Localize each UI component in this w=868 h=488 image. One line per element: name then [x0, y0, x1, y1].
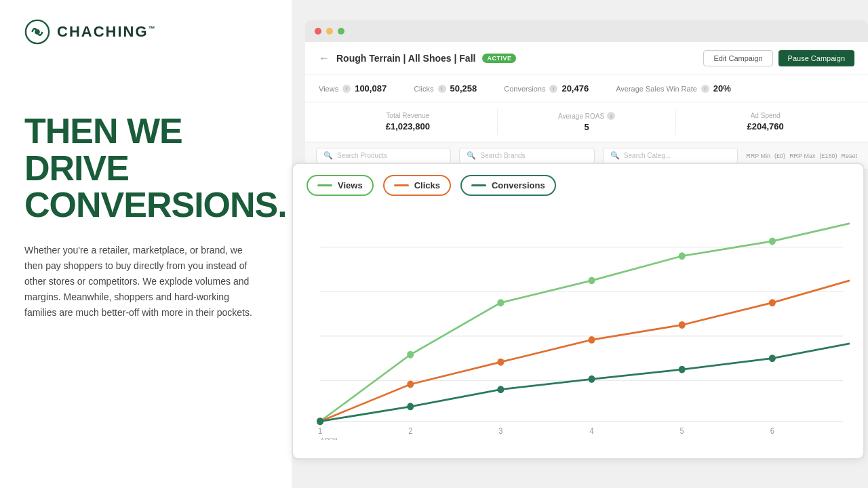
stat-views-info[interactable]: i	[342, 85, 351, 93]
stat-views: Views i 100,087	[319, 83, 387, 94]
chart-conversions-line	[320, 344, 850, 422]
search-products-icon: 🔍	[323, 151, 333, 160]
stat-win-rate-label: Average Sales Win Rate	[616, 85, 697, 93]
legend-clicks-label: Clicks	[414, 180, 440, 190]
headline: THEN WE DRIVE CONVERSIONS.	[24, 113, 260, 224]
chart-conversions-dot-5	[679, 366, 686, 373]
chart-views-dot-4	[589, 277, 595, 284]
legend-conversions-label: Conversions	[492, 180, 545, 190]
search-products-box[interactable]: 🔍 Search Products	[316, 148, 451, 163]
stat-win-rate-value: 20%	[713, 83, 731, 94]
x-label-1: 1	[318, 427, 322, 436]
chart-conversions-dot-2	[407, 403, 414, 410]
dashboard-window: ← Rough Terrain | All Shoes | Fall ACTIV…	[305, 42, 868, 169]
chart-clicks-dot-4	[589, 336, 595, 344]
chart-conversions-dot-3	[497, 386, 504, 393]
active-badge: ACTIVE	[482, 54, 516, 63]
x-label-6: 6	[770, 427, 774, 436]
chart-views-line	[320, 224, 850, 422]
chart-views-dot-2	[407, 351, 414, 359]
rrp-min-label: RRP Min	[746, 152, 770, 159]
rrp-max-value: (£150)	[819, 152, 837, 159]
body-text: Whether you're a retailer, marketplace, …	[24, 243, 260, 321]
search-categories-icon: 🔍	[610, 151, 620, 160]
stat-conversions-info[interactable]: i	[549, 85, 557, 93]
chart-views-dot-5	[679, 252, 686, 260]
dash-actions: Edit Campaign Pause Campaign	[703, 50, 854, 66]
stat-views-value: 100,087	[355, 83, 387, 94]
x-month-label: APRIL	[320, 437, 340, 440]
search-categories-box[interactable]: 🔍 Search Categ...	[603, 148, 738, 163]
search-filters: RRP Min (£0) RRP Max (£150) Reset	[746, 152, 857, 159]
stat-conversions-value: 20,476	[561, 83, 589, 94]
rev-total-revenue-label: Total Revenue	[386, 112, 429, 119]
chart-legend: Views Clicks Conversions	[293, 164, 863, 203]
stat-views-label: Views	[319, 85, 338, 93]
stat-win-rate-info[interactable]: i	[701, 85, 709, 93]
legend-conversions-button[interactable]: Conversions	[460, 175, 556, 196]
chart-views-dot-3	[497, 299, 504, 306]
stat-clicks-label: Clicks	[414, 85, 433, 93]
chart-views-dot-6	[769, 237, 776, 245]
rev-ad-spend: Ad Spend £204,760	[676, 109, 854, 135]
chart-clicks-dot-2	[407, 381, 414, 388]
search-brands-icon: 🔍	[467, 151, 476, 160]
legend-views-line	[317, 184, 332, 186]
legend-clicks-line	[394, 184, 409, 186]
legend-conversions-line	[471, 184, 486, 186]
dash-header: ← Rough Terrain | All Shoes | Fall ACTIV…	[305, 42, 868, 75]
legend-clicks-button[interactable]: Clicks	[383, 175, 451, 196]
rev-roas-value: 5	[584, 122, 589, 132]
logo: CHACHING™	[24, 19, 260, 45]
rev-total-revenue-value: £1,023,800	[386, 121, 430, 131]
search-brands-box[interactable]: 🔍 Search Brands	[459, 148, 594, 163]
legend-views-button[interactable]: Views	[307, 175, 374, 196]
rrp-max-label: RRP Max	[789, 152, 815, 159]
rev-roas-info[interactable]: i	[607, 112, 615, 120]
chart-clicks-dot-3	[497, 359, 504, 366]
rev-ad-spend-value: £204,760	[747, 121, 784, 131]
logo-icon	[24, 19, 50, 45]
rev-roas: Average ROAS i 5	[498, 109, 677, 135]
rev-roas-label: Average ROAS i	[558, 112, 615, 120]
stat-conversions-label: Conversions	[504, 85, 545, 93]
rev-ad-spend-label: Ad Spend	[751, 112, 781, 119]
reset-filters-button[interactable]: Reset	[841, 152, 857, 159]
chart-conversions-dot-4	[589, 375, 595, 383]
legend-views-label: Views	[338, 180, 363, 190]
chart-clicks-dot-6	[769, 299, 776, 306]
back-arrow-icon[interactable]: ←	[319, 52, 330, 64]
logo-text: CHACHING™	[57, 23, 157, 41]
search-products-placeholder: Search Products	[337, 152, 387, 159]
x-label-4: 4	[589, 427, 594, 436]
browser-chrome	[305, 20, 868, 42]
dash-title-row: ← Rough Terrain | All Shoes | Fall ACTIV…	[319, 52, 516, 64]
revenue-row: Total Revenue £1,023,800 Average ROAS i …	[305, 102, 868, 142]
x-label-5: 5	[680, 427, 684, 436]
rev-total-revenue: Total Revenue £1,023,800	[319, 109, 498, 135]
stat-clicks-info[interactable]: i	[438, 85, 446, 93]
browser-dot-red[interactable]	[315, 28, 321, 35]
stat-conversions: Conversions i 20,476	[504, 83, 589, 94]
chart-clicks-dot-5	[679, 321, 686, 329]
edit-campaign-button[interactable]: Edit Campaign	[703, 50, 772, 66]
chart-conversions-dot-6	[769, 354, 776, 362]
chart-svg: 1 2 3 4 5 6 APRIL	[300, 203, 856, 440]
svg-point-1	[35, 29, 40, 35]
browser-dot-green[interactable]	[338, 28, 344, 35]
dash-title: Rough Terrain | All Shoes | Fall	[336, 53, 475, 64]
browser-dot-yellow[interactable]	[326, 28, 333, 35]
rrp-min-value: (£0)	[774, 152, 785, 159]
stat-clicks: Clicks i 50,258	[414, 83, 477, 94]
chart-conversions-dot-1	[317, 418, 323, 425]
pause-campaign-button[interactable]: Pause Campaign	[778, 50, 854, 66]
chart-panel: Views Clicks Conversions	[292, 163, 865, 460]
search-categories-placeholder: Search Categ...	[624, 152, 671, 159]
stat-clicks-value: 50,258	[450, 83, 477, 94]
x-label-2: 2	[408, 427, 412, 436]
left-panel: CHACHING™ THEN WE DRIVE CONVERSIONS. Whe…	[0, 0, 285, 488]
chart-svg-container: 1 2 3 4 5 6 APRIL	[293, 203, 863, 447]
search-brands-placeholder: Search Brands	[480, 152, 525, 159]
stat-win-rate: Average Sales Win Rate i 20%	[616, 83, 731, 94]
stats-row: Views i 100,087 Clicks i 50,258 Conversi…	[305, 75, 868, 102]
